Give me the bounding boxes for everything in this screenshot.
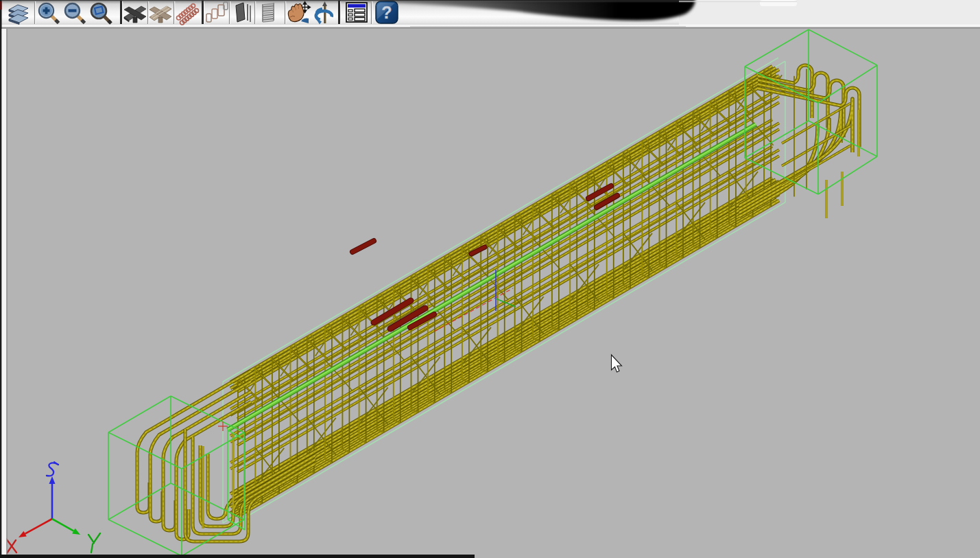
svg-text:?: ? bbox=[381, 3, 392, 22]
